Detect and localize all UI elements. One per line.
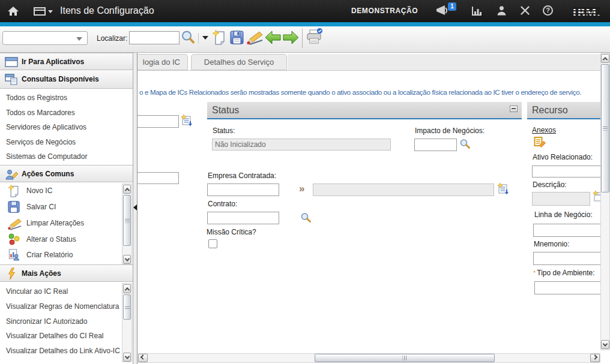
combobox-caret-icon[interactable] (76, 37, 82, 41)
new-ic-icon[interactable] (8, 185, 20, 198)
ibm-logo: IBM. (572, 6, 600, 20)
profile-icon[interactable] (497, 5, 507, 16)
save-icon[interactable] (230, 31, 244, 44)
announcements-icon[interactable] (436, 5, 449, 16)
sidebar-header-consultas[interactable]: Consultas Disponíveis (0, 70, 133, 89)
ativo-label: Ativo Relacionado: (533, 153, 593, 161)
application-window: Itens de Configuração DEMONSTRAÇÃO 1 ? I… (0, 0, 610, 364)
more-action-item[interactable]: Visualizar Detalhes do Link Ativo-IC (6, 347, 120, 355)
empresa-detail-menu-icon[interactable] (497, 183, 509, 195)
action-item[interactable]: Criar Relatório (26, 251, 73, 259)
scroll-up-button[interactable] (123, 185, 131, 194)
tipo-input[interactable] (534, 281, 602, 294)
more-action-item[interactable]: Visualizar Regras de Nomenclatura (6, 302, 119, 311)
scroll-right-button[interactable] (590, 354, 600, 362)
info-notice: o e Mapa de ICs Relacionados serão mostr… (139, 89, 581, 96)
mnemonico-input[interactable] (533, 252, 602, 265)
scroll-left-button[interactable] (138, 354, 148, 362)
search-separator (198, 34, 199, 43)
find-input[interactable] (129, 31, 180, 44)
impacto-lookup-icon[interactable] (459, 139, 471, 150)
query-item[interactable]: Sistemas de Computador (6, 152, 87, 161)
toolbar (0, 26, 610, 53)
save-ci-icon[interactable] (8, 201, 20, 213)
mnemonico-label: Mnemonio: (534, 240, 569, 248)
query-item[interactable]: Servidores de Aplicativos (6, 123, 86, 131)
sidebar: Ir Para Aplicativos Consultas Disponívei… (0, 53, 133, 364)
notifications-badge[interactable]: 1 (448, 2, 456, 11)
go-to-menu-icon[interactable] (34, 7, 46, 16)
scroll-up-button[interactable] (123, 284, 131, 293)
linha-input[interactable] (533, 224, 602, 237)
empresa-go-icon[interactable]: » (299, 183, 304, 195)
print-icon[interactable] (306, 28, 323, 45)
home-icon[interactable] (7, 6, 19, 17)
contrato-lookup-icon[interactable] (300, 212, 312, 224)
queries-icon (5, 74, 18, 85)
go-to-caret-icon[interactable] (48, 10, 53, 13)
signout-icon[interactable] (520, 5, 530, 16)
more-action-item[interactable]: Visualizar Detalhes do CI Real (6, 332, 104, 340)
linha-label: Linha de Negócio: (534, 210, 593, 219)
sidebar-header-aplicativos[interactable]: Ir Para Aplicativos (0, 53, 133, 70)
clear-changes-action-icon[interactable] (7, 218, 22, 230)
toolbar-separator (302, 29, 303, 48)
accent-bar (0, 22, 610, 26)
minimize-section-icon[interactable] (510, 106, 518, 112)
common-actions-icon (5, 169, 19, 180)
scroll-down-button[interactable] (123, 353, 131, 362)
hscroll-thumb[interactable] (315, 354, 495, 362)
action-item[interactable]: Limpar Alterações (26, 219, 84, 227)
contrato-input[interactable] (207, 212, 279, 224)
query-item[interactable]: Todos os Registros (6, 94, 67, 102)
collapse-sidebar-icon[interactable] (133, 204, 137, 210)
main-vscrollbar[interactable] (600, 53, 610, 350)
missao-checkbox[interactable] (208, 239, 217, 248)
vscroll-thumb[interactable] (123, 195, 131, 246)
vscroll-thumb[interactable] (123, 294, 131, 320)
next-record-icon[interactable] (283, 30, 299, 45)
scroll-down-button[interactable] (123, 255, 131, 264)
impacto-input[interactable] (414, 139, 457, 151)
change-status-icon[interactable] (8, 233, 20, 245)
record-combobox[interactable] (2, 31, 88, 45)
query-item[interactable]: Serviços de Negócios (6, 138, 76, 146)
action-item[interactable]: Novo IC (26, 186, 52, 195)
search-options-caret-icon[interactable] (202, 36, 208, 40)
vscroll-thumb[interactable] (601, 64, 609, 192)
sidebar-header-mais-acoes[interactable]: Mais Ações (0, 264, 133, 282)
create-report-icon[interactable] (8, 249, 20, 261)
previous-record-icon[interactable] (265, 30, 281, 45)
status-value-field (212, 139, 391, 151)
sidebar-header-acoes[interactable]: Ações Comuns (0, 165, 133, 182)
search-icon[interactable] (181, 30, 196, 45)
attachments-icon[interactable] (534, 136, 546, 148)
more-action-item[interactable]: Vincular ao IC Real (6, 287, 68, 296)
tabbar-underline (137, 70, 600, 71)
action-item[interactable]: Alterar o Status (26, 235, 76, 243)
detail-menu-icon[interactable] (181, 115, 192, 127)
more-actions-scrollbar[interactable] (122, 283, 132, 362)
ativo-input[interactable] (532, 166, 603, 178)
tab-detalhes-servico[interactable]: Detalhes do Serviço (191, 54, 287, 70)
new-record-icon[interactable] (212, 30, 227, 46)
clear-changes-icon[interactable] (246, 31, 263, 45)
reports-icon[interactable] (472, 7, 482, 16)
app-header: Itens de Configuração DEMONSTRAÇÃO 1 ? I… (0, 0, 610, 22)
impacto-label: Impacto de Negócios: (415, 127, 485, 135)
more-actions-icon (7, 267, 16, 280)
empresa-label: Empresa Contratada: (208, 172, 276, 180)
scroll-down-button[interactable] (601, 340, 609, 349)
more-action-item[interactable]: Sincronizar IC Autorizado (6, 317, 87, 326)
main-hscrollbar[interactable] (137, 353, 600, 363)
scroll-up-button[interactable] (601, 54, 609, 63)
tipo-label: *Tipo de Ambiente: (533, 269, 595, 277)
recurso-section-header: Recurso (527, 102, 601, 118)
actions-scrollbar[interactable] (122, 183, 132, 264)
recurso-section-underline (527, 118, 601, 119)
query-item[interactable]: Todos os Marcadores (6, 109, 75, 117)
help-icon[interactable]: ? (543, 5, 553, 16)
anexos-link[interactable]: Anexos (532, 126, 556, 134)
action-item[interactable]: Salvar CI (26, 203, 56, 211)
empresa-input[interactable] (207, 183, 279, 196)
